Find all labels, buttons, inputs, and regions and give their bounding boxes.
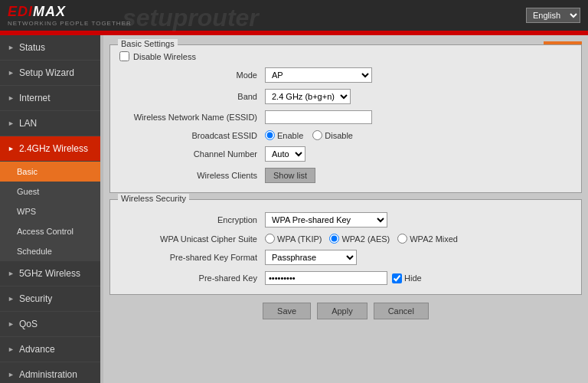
clients-label: Wireless Clients: [119, 171, 257, 180]
cipher-aes-radio[interactable]: [329, 234, 339, 244]
logo: EDIMAX NETWORKING PEOPLE TOGETHER: [8, 4, 132, 27]
sidebar-item-wireless-5g[interactable]: ►5GHz Wireless: [0, 261, 100, 286]
cipher-tkip-label: WPA (TKIP): [277, 234, 322, 244]
sidebar-item-advance[interactable]: ►Advance: [0, 337, 100, 362]
arrow-icon: ►: [8, 119, 15, 127]
sidebar-item-qos[interactable]: ►QoS: [0, 312, 100, 337]
sidebar-sub-item-access-control[interactable]: Access Control: [0, 221, 100, 241]
hide-checkbox-label[interactable]: Hide: [392, 273, 422, 283]
action-buttons: Save Apply Cancel: [109, 303, 582, 319]
disable-wireless-checkbox[interactable]: [119, 51, 129, 61]
mode-select[interactable]: AP Client WDS AP+WDS: [265, 67, 372, 83]
mode-row: Mode AP Client WDS AP+WDS: [119, 67, 572, 83]
sidebar-item-setup-wizard[interactable]: ►Setup Wizard: [0, 61, 100, 86]
cipher-aes-option[interactable]: WPA2 (AES): [329, 234, 390, 244]
sidebar-sub-item-guest[interactable]: Guest: [0, 182, 100, 201]
sidebar-sub-item-wps[interactable]: WPS: [0, 201, 100, 221]
arrow-icon: ►: [8, 270, 15, 277]
logo-text: EDIMAX: [8, 4, 132, 20]
arrow-icon: ►: [8, 44, 15, 51]
sidebar-item-label: 5GHz Wireless: [19, 268, 80, 279]
sidebar-item-security[interactable]: ►Security: [0, 286, 100, 312]
sidebar-item-internet[interactable]: ►Internet: [0, 86, 100, 111]
save-button[interactable]: Save: [263, 303, 311, 319]
preshared-format-row: Pre-shared Key Format Passphrase Hex: [119, 250, 572, 265]
cipher-label: WPA Unicast Cipher Suite: [119, 234, 257, 244]
language-selector[interactable]: EnglishChineseFrenchGermanSpanish: [526, 8, 580, 23]
encryption-label: Encryption: [119, 215, 257, 224]
cancel-button[interactable]: Cancel: [374, 303, 429, 319]
broadcast-disable-radio[interactable]: [312, 130, 322, 140]
cipher-tkip-option[interactable]: WPA (TKIP): [265, 234, 322, 244]
broadcast-enable-option[interactable]: Enable: [265, 130, 303, 140]
band-label: Band: [119, 92, 257, 101]
broadcast-label: Broadcast ESSID: [119, 131, 257, 140]
sidebar-item-administration[interactable]: ►Administration: [0, 362, 100, 383]
cipher-mixed-radio[interactable]: [397, 234, 407, 244]
preshared-format-label: Pre-shared Key Format: [119, 253, 257, 262]
sidebar-item-label: LAN: [19, 118, 37, 129]
broadcast-disable-option[interactable]: Disable: [312, 130, 353, 140]
essid-label: Wireless Network Name (ESSID): [119, 113, 257, 122]
arrow-icon: ►: [8, 371, 15, 378]
band-select[interactable]: 2.4 GHz (b+g+n) 2.4 GHz (b+g) 2.4 GHz (b…: [265, 89, 351, 104]
basic-settings-title: Basic Settings: [118, 39, 178, 48]
preshared-key-label: Pre-shared Key: [119, 273, 257, 283]
band-row: Band 2.4 GHz (b+g+n) 2.4 GHz (b+g) 2.4 G…: [119, 89, 572, 104]
arrow-icon: ►: [8, 295, 15, 303]
basic-settings-section: Basic Settings Disable Wireless Mode AP …: [109, 44, 582, 193]
language-select[interactable]: EnglishChineseFrenchGermanSpanish: [526, 8, 580, 23]
sidebar-item-wireless-24[interactable]: ►2.4GHz Wireless: [0, 136, 100, 162]
apply-button[interactable]: Apply: [317, 303, 368, 319]
cipher-aes-label: WPA2 (AES): [341, 234, 390, 244]
cipher-tkip-radio[interactable]: [265, 234, 275, 244]
sidebar-sub-item-basic[interactable]: Basic: [0, 162, 100, 182]
sidebar: ►Status►Setup Wizard►Internet►LAN►2.4GHz…: [0, 35, 100, 383]
mode-label: Mode: [119, 70, 257, 80]
watermark: setuprouter: [122, 4, 259, 32]
disable-wireless-row: Disable Wireless: [119, 51, 572, 61]
preshared-key-input[interactable]: [265, 271, 387, 285]
encryption-select[interactable]: WPA Pre-shared Key WEP None: [265, 212, 387, 228]
clients-row: Wireless Clients Show list: [119, 168, 572, 183]
channel-label: Channel Number: [119, 149, 257, 159]
broadcast-enable-label: Enable: [277, 131, 303, 140]
main-content: Help Basic Settings Disable Wireless Mod…: [103, 35, 588, 383]
arrow-icon: ►: [8, 145, 15, 152]
hide-label: Hide: [404, 273, 422, 283]
essid-input[interactable]: [265, 110, 372, 124]
channel-row: Channel Number Auto 123 456: [119, 146, 572, 162]
arrow-icon: ►: [8, 345, 15, 353]
preshared-format-select[interactable]: Passphrase Hex: [265, 250, 357, 265]
broadcast-disable-label: Disable: [325, 131, 353, 140]
sidebar-item-label: Administration: [19, 369, 77, 380]
hide-checkbox[interactable]: [392, 273, 402, 283]
wireless-security-section: Wireless Security Encryption WPA Pre-sha…: [109, 199, 582, 295]
wireless-security-title: Wireless Security: [118, 194, 189, 203]
encryption-row: Encryption WPA Pre-shared Key WEP None: [119, 212, 572, 228]
sidebar-sub-item-schedule[interactable]: Schedule: [0, 241, 100, 261]
broadcast-row: Broadcast ESSID Enable Disable: [119, 130, 572, 140]
sidebar-item-label: Internet: [19, 93, 51, 103]
cipher-mixed-label: WPA2 Mixed: [410, 234, 458, 244]
sidebar-item-label: Status: [19, 42, 45, 53]
sidebar-item-status[interactable]: ►Status: [0, 35, 100, 61]
preshared-key-row: Pre-shared Key Hide: [119, 271, 572, 285]
logo-sub: NETWORKING PEOPLE TOGETHER: [8, 20, 132, 27]
sidebar-item-label: Security: [19, 293, 52, 304]
arrow-icon: ►: [8, 94, 15, 102]
disable-wireless-label: Disable Wireless: [133, 52, 196, 61]
sidebar-item-label: 2.4GHz Wireless: [19, 143, 88, 154]
cipher-row: WPA Unicast Cipher Suite WPA (TKIP) WPA2…: [119, 234, 572, 244]
show-list-button[interactable]: Show list: [265, 168, 315, 183]
cipher-mixed-option[interactable]: WPA2 Mixed: [397, 234, 458, 244]
sidebar-item-label: Setup Wizard: [19, 67, 74, 78]
sidebar-item-label: QoS: [19, 319, 38, 329]
essid-row: Wireless Network Name (ESSID): [119, 110, 572, 124]
arrow-icon: ►: [8, 320, 15, 328]
broadcast-enable-radio[interactable]: [265, 130, 275, 140]
channel-select[interactable]: Auto 123 456: [265, 146, 305, 162]
sidebar-item-lan[interactable]: ►LAN: [0, 111, 100, 136]
arrow-icon: ►: [8, 69, 15, 77]
sidebar-item-label: Advance: [19, 344, 55, 355]
